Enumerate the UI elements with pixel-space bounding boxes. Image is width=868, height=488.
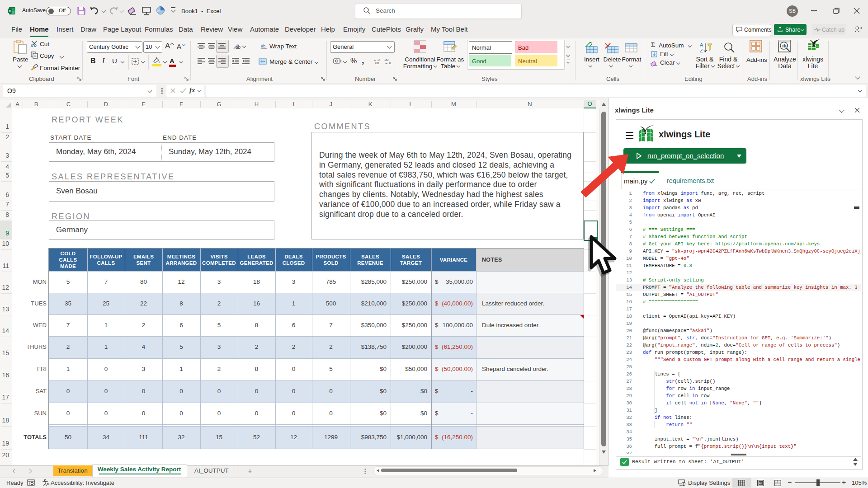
svg-text:→.0: →.0	[385, 61, 391, 64]
svg-text:.00: .00	[374, 61, 379, 64]
svg-text:A: A	[700, 42, 703, 47]
svg-text:Z: Z	[700, 48, 703, 53]
svg-text:X: X	[9, 9, 11, 13]
svg-text:ab: ab	[236, 45, 241, 50]
svg-text:ab: ab	[261, 44, 265, 48]
